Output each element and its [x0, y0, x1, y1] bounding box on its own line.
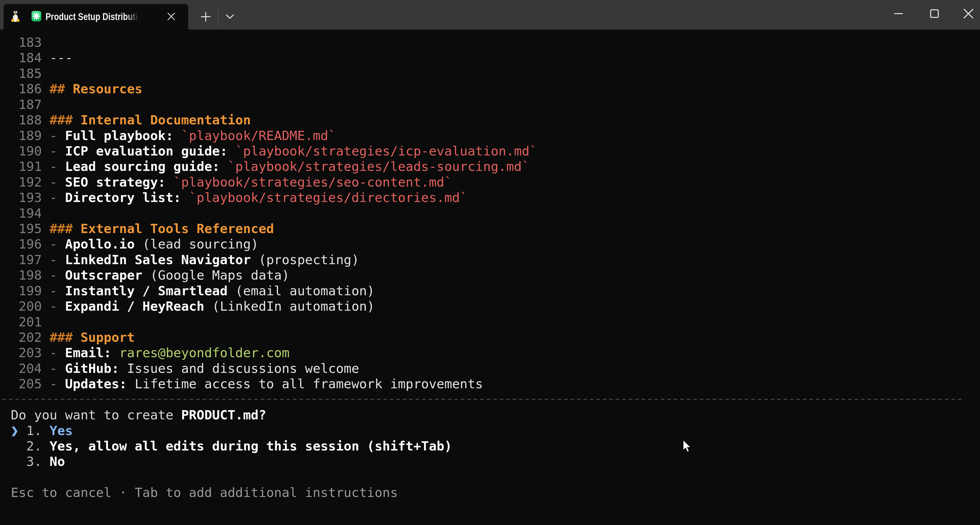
file-line-186: 186 ## Resources	[3, 81, 980, 97]
text-segment: ICP evaluation guide:	[65, 144, 228, 159]
line-number: 186	[3, 81, 49, 96]
text-segment: -	[49, 252, 65, 267]
text-segment: Instantly / Smartlead	[65, 284, 228, 298]
text-segment: (email automation)	[228, 284, 375, 298]
tab-bar-divider	[218, 8, 219, 26]
text-segment: Internal Documentation	[81, 113, 251, 127]
text-segment	[42, 454, 49, 469]
text-segment: Full playbook:	[65, 128, 173, 143]
text-segment	[19, 423, 26, 438]
asterisk-emoji-icon	[31, 11, 41, 22]
text-segment: -	[49, 268, 65, 283]
line-number: 190	[3, 144, 49, 159]
text-segment: -	[49, 361, 65, 376]
file-line-184: 184 ---	[3, 50, 980, 65]
line-number: 201	[3, 314, 49, 330]
text-segment: Support	[81, 330, 135, 345]
text-segment: Outscraper	[65, 268, 142, 283]
line-number: 199	[3, 284, 49, 298]
text-segment: Do you want to create	[11, 408, 181, 422]
line-number: 183	[3, 35, 49, 50]
text-segment: ###	[49, 330, 81, 345]
terminal-content[interactable]: 183 184 --- 185 186 ## Resources 187 188…	[3, 35, 980, 501]
line-number: 204	[3, 361, 49, 376]
text-segment	[220, 159, 228, 174]
tab-close-button[interactable]	[164, 9, 179, 24]
text-segment: SEO strategy:	[65, 175, 165, 190]
text-segment	[3, 408, 11, 422]
line-number: 196	[3, 237, 49, 252]
file-line-188: 188 ### Internal Documentation	[3, 112, 980, 128]
line-number: 205	[3, 376, 49, 391]
minimize-button[interactable]	[881, 0, 915, 27]
text-segment: Updates:	[65, 376, 127, 391]
text-segment: 2.	[26, 439, 42, 454]
close-icon	[167, 12, 176, 21]
text-segment: Directory list:	[65, 190, 181, 205]
terminal-window: { "window": { "tab": { "title": "Product…	[0, 0, 980, 525]
file-line-192: 192 - SEO strategy: `playbook/strategies…	[3, 174, 980, 190]
text-segment	[173, 128, 181, 143]
mouse-cursor	[682, 439, 692, 454]
line-number: 197	[3, 252, 49, 267]
text-segment: Issues and discussions welcome	[119, 361, 359, 376]
line-number: 202	[3, 330, 49, 345]
file-line-185: 185	[3, 66, 980, 81]
text-segment	[3, 454, 26, 469]
text-segment: Lifetime access to all framework improve…	[127, 376, 483, 391]
text-segment: (prospecting)	[251, 252, 359, 267]
option-3-no[interactable]: 3. No	[3, 454, 980, 469]
separator-row	[3, 392, 980, 407]
text-segment: LinkedIn Sales Navigator	[65, 252, 251, 267]
line-number: 184	[3, 50, 49, 65]
hint-line: Esc to cancel · Tab to add additional in…	[3, 485, 980, 500]
text-segment: -	[49, 237, 65, 252]
text-segment	[228, 144, 235, 159]
file-line-195: 195 ### External Tools Referenced	[3, 221, 980, 236]
text-segment: -	[49, 159, 65, 174]
window-close-button[interactable]	[955, 0, 980, 27]
text-segment	[111, 345, 119, 360]
window-close-icon	[963, 8, 974, 19]
text-segment: Resources	[73, 81, 142, 96]
minimize-icon	[894, 13, 903, 14]
file-line-202: 202 ### Support	[3, 330, 980, 345]
text-segment	[42, 439, 49, 454]
file-line-198: 198 - Outscraper (Google Maps data)	[3, 268, 980, 283]
text-segment: (lead sourcing)	[135, 237, 259, 252]
blank	[3, 469, 980, 485]
option-2-yes-allow-all[interactable]: 2. Yes, allow all edits during this sess…	[3, 438, 980, 454]
tab-product-setup-distribution[interactable]: Product Setup Distribution	[3, 4, 188, 30]
text-segment: `playbook/strategies/icp-evaluation.md`	[235, 144, 537, 159]
file-line-204: 204 - GitHub: Issues and discussions wel…	[3, 361, 980, 376]
text-segment: ##	[49, 81, 73, 96]
linux-tux-icon	[10, 10, 21, 22]
text-segment: No	[49, 454, 65, 469]
text-segment: `playbook/README.md`	[181, 128, 336, 143]
text-segment: -	[49, 175, 65, 190]
text-segment: PRODUCT.md?	[181, 408, 266, 422]
tab-dropdown-button[interactable]	[221, 8, 239, 26]
line-number: 188	[3, 113, 49, 127]
text-segment	[3, 439, 26, 454]
line-number: 200	[3, 299, 49, 314]
text-segment: ###	[49, 221, 81, 236]
file-line-205: 205 - Updates: Lifetime access to all fr…	[3, 376, 980, 392]
file-line-193: 193 - Directory list: `playbook/strategi…	[3, 190, 980, 205]
option-1-yes[interactable]: ❯ 1. Yes	[3, 423, 980, 438]
text-segment: (LinkedIn automation)	[204, 299, 375, 314]
file-line-203: 203 - Email: rares@beyondfolder.com	[3, 345, 980, 360]
maximize-button[interactable]	[918, 0, 951, 27]
line-number: 191	[3, 159, 49, 174]
text-segment: rares@beyondfolder.com	[119, 345, 290, 360]
line-number: 189	[3, 128, 49, 143]
text-segment: Yes	[49, 423, 73, 438]
chevron-down-icon	[226, 14, 234, 19]
file-line-196: 196 - Apollo.io (lead sourcing)	[3, 236, 980, 252]
text-segment: -	[49, 190, 65, 205]
new-tab-button[interactable]	[197, 8, 215, 26]
text-segment: ###	[49, 113, 81, 127]
file-line-190: 190 - ICP evaluation guide: `playbook/st…	[3, 143, 980, 159]
file-line-194: 194	[3, 206, 980, 221]
text-segment	[165, 175, 173, 190]
